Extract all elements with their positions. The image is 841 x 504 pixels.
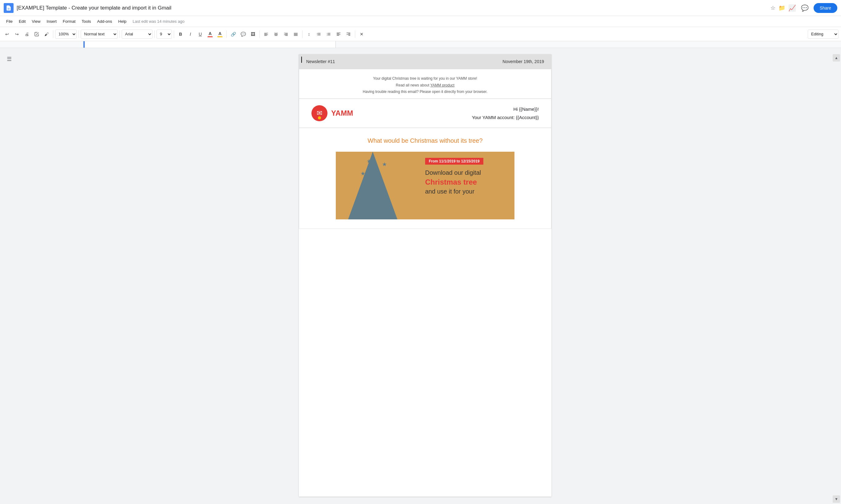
highlight-color-button[interactable]: A (215, 30, 225, 39)
zoom-select[interactable]: 100% 75% 125% 150% 200% (55, 30, 77, 39)
newsletter-date: November 19th, 2019 (502, 59, 544, 64)
menu-file[interactable]: File (4, 18, 15, 25)
paint-format-button[interactable]: 🖌 (42, 30, 51, 39)
unordered-list-button[interactable] (324, 30, 333, 39)
yamm-brand-name: YAMM (331, 109, 353, 118)
toolbar-divider-8 (302, 31, 303, 38)
menu-insert[interactable]: Insert (44, 18, 59, 25)
toolbar-divider-9 (355, 31, 355, 38)
line-spacing-button[interactable]: ↕ (304, 30, 314, 39)
download-text: Download our digital Christmas tree and … (425, 168, 510, 196)
font-size-select[interactable]: 9 8 10 11 12 14 16 18 (156, 30, 172, 39)
document-page: Newsletter #11 November 19th, 2019 Your … (299, 54, 551, 497)
download-line2: Christmas tree (425, 177, 510, 187)
toolbar-divider-3 (120, 31, 120, 38)
top-right-actions: 📈 💬 Share (788, 3, 837, 13)
account-text: Your YAMM account: {{Account}} (472, 113, 539, 122)
text-color-button[interactable]: A (205, 30, 215, 39)
christmas-heading: What would be Christmas without its tree… (311, 137, 539, 144)
highlight-color-bar (218, 36, 222, 37)
ruler-inner (83, 41, 336, 48)
email-greeting: Hi {{Name}}! Your YAMM account: {{Accoun… (472, 105, 539, 122)
editing-mode-select[interactable]: Editing Suggesting Viewing (808, 30, 839, 39)
christmas-text-area: From 11/1/2019 to 12/15/2019 Download ou… (420, 152, 514, 219)
download-line1: Download our digital (425, 169, 481, 176)
insert-comment-button[interactable]: 💬 (238, 30, 248, 39)
christmas-tree-area: ★ ★ ★ (336, 152, 420, 219)
scroll-up-button[interactable]: ▲ (833, 54, 840, 61)
toolbar-divider-1 (53, 31, 53, 38)
menu-edit[interactable]: Edit (16, 18, 28, 25)
email-body: Your digital Christmas tree is waiting f… (299, 69, 551, 229)
title-bar: [EXAMPLE] Template - Create your templat… (0, 0, 841, 16)
menu-view[interactable]: View (29, 18, 43, 25)
comment-history-icon[interactable]: 💬 (801, 4, 809, 12)
greeting-text: Hi {{Name}}! (472, 105, 539, 113)
outline-icon[interactable]: ☰ (4, 54, 14, 64)
text-color-bar (208, 36, 212, 37)
share-button[interactable]: Share (813, 3, 837, 13)
menu-help[interactable]: Help (116, 18, 129, 25)
christmas-content-section: What would be Christmas without its tree… (299, 128, 551, 229)
toolbar-divider-2 (79, 31, 79, 38)
undo-button[interactable]: ↩ (2, 30, 12, 39)
christmas-promo-image: ★ ★ ★ From 11/1/2019 to 12/15/2019 Downl… (336, 152, 514, 219)
toolbar-divider-5 (174, 31, 174, 38)
menu-addons[interactable]: Add-ons (95, 18, 114, 25)
star-icon[interactable]: ☆ (770, 5, 775, 12)
paragraph-style-select[interactable]: Normal text Heading 1 Heading 2 Heading … (81, 30, 118, 39)
toolbar-divider-6 (226, 31, 227, 38)
app-icon (4, 3, 14, 13)
indent-increase-button[interactable] (344, 30, 353, 39)
insert-image-button[interactable]: 🖼 (248, 30, 258, 39)
yamm-product-link[interactable]: YAMM product (430, 83, 454, 87)
text-color-letter: A (209, 31, 212, 36)
newsletter-number: Newsletter #11 (306, 59, 335, 64)
preheader-section: Your digital Christmas tree is waiting f… (299, 69, 551, 99)
ruler-cursor (84, 41, 85, 48)
preheader-line2: Read all news about YAMM product (311, 82, 539, 89)
spellcheck-button[interactable] (32, 30, 41, 39)
toolbar-divider-7 (259, 31, 260, 38)
folder-icon[interactable]: 📁 (778, 5, 785, 12)
toolbar-divider-4 (154, 31, 155, 38)
menu-tools[interactable]: Tools (79, 18, 93, 25)
bold-button[interactable]: B (176, 30, 185, 39)
text-cursor (301, 57, 302, 63)
align-left-button[interactable] (261, 30, 271, 39)
redo-button[interactable]: ↪ (12, 30, 21, 39)
toolbar: ↩ ↪ 🖨 🖌 100% 75% 125% 150% 200% Normal t… (0, 27, 841, 41)
clear-formatting-button[interactable]: ✕ (357, 30, 366, 39)
ordered-list-button[interactable] (314, 30, 324, 39)
preheader-line3: Having trouble reading this email? Pleas… (311, 89, 539, 95)
right-scroll-area: ▲ ▼ (832, 48, 841, 503)
indent-decrease-button[interactable] (334, 30, 343, 39)
yamm-logo: ✉ YAMM (311, 105, 353, 121)
left-sidebar: ☰ (0, 48, 18, 503)
newsletter-header: Newsletter #11 November 19th, 2019 (299, 54, 551, 69)
email-header-section: ✉ YAMM Hi {{Name}}! Your YAMM account: {… (299, 99, 551, 128)
print-button[interactable]: 🖨 (22, 30, 31, 39)
tree-triangle (348, 152, 397, 219)
ruler (0, 41, 841, 48)
align-center-button[interactable] (271, 30, 281, 39)
align-justify-button[interactable] (291, 30, 301, 39)
menu-bar: File Edit View Insert Format Tools Add-o… (0, 16, 841, 27)
download-line3: and use it for your (425, 188, 475, 195)
menu-format[interactable]: Format (61, 18, 78, 25)
editor-area: ☰ Newsletter #11 November 19th, 2019 You… (0, 48, 841, 503)
promo-dates-badge: From 11/1/2019 to 12/15/2019 (425, 158, 483, 165)
last-edit-text: Last edit was 14 minutes ago (133, 19, 185, 24)
underline-button[interactable]: U (195, 30, 205, 39)
italic-button[interactable]: I (186, 30, 195, 39)
align-right-button[interactable] (281, 30, 291, 39)
scroll-down-button[interactable]: ▼ (833, 496, 840, 503)
yamm-logo-icon: ✉ (311, 105, 327, 121)
highlight-letter: A (219, 31, 222, 36)
preheader-line1: Your digital Christmas tree is waiting f… (311, 75, 539, 82)
insert-link-button[interactable]: 🔗 (228, 30, 238, 39)
document-title: [EXAMPLE] Template - Create your templat… (17, 5, 767, 11)
font-select[interactable]: Arial Times New Roman Georgia Verdana (122, 30, 153, 39)
activity-dashboard-icon[interactable]: 📈 (788, 4, 796, 12)
yamm-pin-icon (318, 116, 321, 120)
